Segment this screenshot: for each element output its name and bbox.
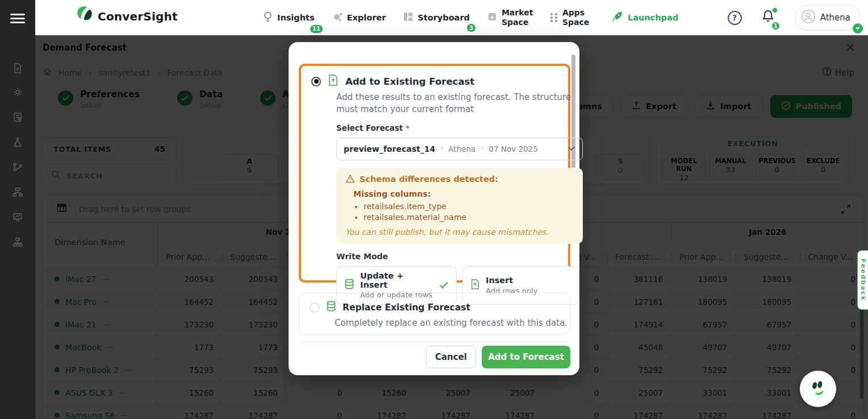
app-root: ConverSight Insights 11 Explorer Storybo… bbox=[0, 0, 868, 419]
required-asterisk: * bbox=[406, 123, 410, 132]
replace-option-title: Replace Existing Forecast bbox=[343, 302, 470, 313]
feedback-tab[interactable]: Feedback bbox=[857, 250, 868, 310]
notifications-bell[interactable]: 1 bbox=[761, 9, 776, 26]
forecast-select[interactable]: preview_forecast_14 · Athena · 07 Nov 20… bbox=[336, 138, 583, 160]
nav-market-space-label: Market Space bbox=[502, 8, 532, 28]
hamburger-menu-icon[interactable] bbox=[10, 11, 25, 23]
nav-launchpad-label: Launchpad bbox=[628, 13, 678, 22]
schema-warning: Schema differences detected: Missing col… bbox=[336, 168, 583, 244]
database-icon bbox=[344, 279, 354, 292]
nav-apps-space-label: Apps Space bbox=[562, 8, 593, 28]
explorer-search-icon bbox=[332, 11, 343, 24]
add-option-radio[interactable] bbox=[311, 77, 321, 86]
audit-document-icon[interactable] bbox=[12, 111, 23, 123]
nav-explorer[interactable]: Explorer bbox=[332, 11, 386, 24]
avatar bbox=[801, 9, 816, 26]
file-plus-icon bbox=[328, 74, 339, 89]
publish-forecast-modal: Add to Existing Forecast Add these resul… bbox=[289, 42, 579, 375]
cancel-button[interactable]: Cancel bbox=[426, 346, 476, 368]
file-plus-icon bbox=[470, 279, 480, 292]
write-mode-label: Write Mode bbox=[336, 252, 583, 261]
write-mode-title: Insert bbox=[486, 276, 537, 285]
forecast-date: 07 Nov 2025 bbox=[489, 144, 537, 154]
missing-column-item: retailsales.material_name bbox=[364, 213, 574, 222]
add-option-title: Add to Existing Forecast bbox=[345, 76, 474, 87]
missing-columns-label: Missing columns: bbox=[353, 189, 574, 198]
nav-storyboard[interactable]: Storyboard 3 bbox=[403, 11, 470, 24]
report-file-icon[interactable] bbox=[12, 63, 23, 74]
select-forecast-label: Select Forecast * bbox=[336, 123, 583, 132]
branch-pipeline-icon[interactable] bbox=[12, 161, 23, 173]
insights-count-badge: 11 bbox=[309, 24, 324, 34]
presentation-chart-icon[interactable] bbox=[12, 211, 23, 223]
nav-explorer-label: Explorer bbox=[347, 13, 386, 22]
forecast-name: preview_forecast_14 bbox=[344, 144, 435, 154]
bell-status-dot bbox=[773, 8, 777, 13]
modal-footer-divider bbox=[299, 341, 569, 342]
workflow-hierarchy-icon[interactable] bbox=[12, 186, 23, 198]
market-space-icon bbox=[487, 11, 498, 24]
storyboard-grid-icon bbox=[403, 11, 414, 24]
assistant-bubble[interactable] bbox=[800, 371, 836, 407]
bell-count-badge: 1 bbox=[771, 21, 781, 31]
add-to-forecast-button[interactable]: Add to Forecast bbox=[482, 346, 570, 368]
primary-nav: Insights 11 Explorer Storyboard 3 Market… bbox=[262, 0, 678, 35]
missing-column-item: retailsales.item_type bbox=[364, 202, 574, 211]
conversight-bubble-icon bbox=[807, 377, 829, 400]
modal-footer: Cancel Add to Forecast bbox=[426, 346, 570, 368]
add-option-description: Add these results to an existing forecas… bbox=[336, 92, 583, 116]
selected-check-icon bbox=[439, 280, 449, 291]
topbar-right-cluster: ? 1 Athena bbox=[728, 0, 860, 35]
insights-bulb-icon bbox=[262, 11, 273, 25]
replace-existing-option[interactable]: Replace Existing Forecast Completely rep… bbox=[299, 293, 570, 335]
nav-insights-label: Insights bbox=[277, 13, 315, 22]
brand-logo[interactable]: ConverSight bbox=[76, 6, 178, 27]
write-mode-title: Update + Insert bbox=[360, 272, 433, 290]
sitemap-icon[interactable] bbox=[12, 237, 23, 248]
left-sidebar bbox=[0, 0, 35, 419]
user-name: Athena bbox=[820, 13, 850, 23]
feedback-label: Feedback bbox=[859, 259, 867, 301]
warning-triangle-icon bbox=[345, 175, 355, 183]
apps-space-grid-icon bbox=[549, 11, 558, 24]
nav-launchpad[interactable]: Launchpad bbox=[610, 10, 678, 26]
schema-warning-title: Schema differences detected: bbox=[345, 175, 574, 184]
nav-insights[interactable]: Insights 11 bbox=[262, 11, 315, 25]
forecast-owner: Athena bbox=[448, 144, 475, 154]
chevron-down-icon bbox=[567, 146, 575, 151]
storyboard-count-badge: 3 bbox=[466, 23, 477, 33]
user-menu[interactable]: Athena bbox=[795, 5, 860, 30]
nav-market-space[interactable]: Market Space bbox=[487, 8, 532, 28]
conversight-logo-icon bbox=[76, 6, 93, 27]
user-menu-caret-icon bbox=[853, 23, 863, 34]
help-icon[interactable]: ? bbox=[728, 11, 742, 25]
add-to-existing-option[interactable]: Add to Existing Forecast Add these resul… bbox=[299, 64, 570, 283]
replace-option-description: Completely replace an existing forecast … bbox=[335, 318, 560, 328]
nav-apps-space[interactable]: Apps Space bbox=[549, 8, 593, 28]
top-navbar: ConverSight Insights 11 Explorer Storybo… bbox=[35, 0, 868, 35]
database-icon bbox=[326, 301, 336, 314]
warning-note: You can still publish, but it may cause … bbox=[345, 227, 574, 237]
nav-storyboard-label: Storyboard bbox=[418, 13, 470, 22]
missing-columns-list: retailsales.item_type retailsales.materi… bbox=[364, 202, 574, 222]
lab-flask-icon[interactable] bbox=[12, 136, 23, 148]
launchpad-rocket-icon bbox=[610, 10, 624, 26]
settings-gear-icon[interactable] bbox=[12, 86, 23, 98]
replace-option-radio[interactable] bbox=[310, 302, 320, 313]
brand-name: ConverSight bbox=[98, 10, 178, 23]
